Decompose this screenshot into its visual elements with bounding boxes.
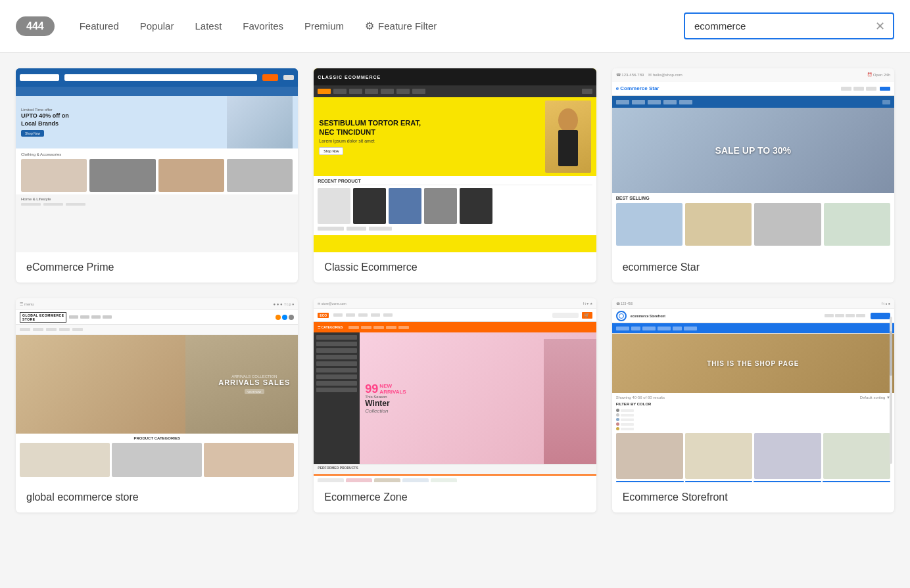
main-content: Limited Time offer UPTO 40% off onLocal …	[0, 53, 910, 528]
tab-latest[interactable]: Latest	[185, 15, 231, 37]
tab-favorites[interactable]: Favorites	[233, 15, 293, 37]
feature-filter-button[interactable]: ⚙ Feature Filter	[356, 14, 446, 37]
theme-title-global-ecommerce: global ecommerce store	[16, 482, 298, 512]
theme-card-ecommerce-storefront[interactable]: ☎ 123-456 f t ● ♣ ecommerce Storefront	[612, 298, 894, 512]
count-badge: 444	[16, 16, 55, 36]
search-input[interactable]	[684, 12, 894, 39]
top-bar: 444 Featured Popular Latest Favorites Pr…	[0, 0, 910, 53]
gear-icon: ⚙	[365, 20, 374, 32]
theme-card-ecommerce-prime[interactable]: Limited Time offer UPTO 40% off onLocal …	[16, 68, 298, 283]
tab-premium[interactable]: Premium	[295, 15, 353, 37]
feature-filter-label: Feature Filter	[378, 20, 437, 32]
theme-card-global-ecommerce[interactable]: ☰ menu ● ● ● f t p ♦ GLOBAL ECOMMERCESTO…	[16, 298, 298, 512]
theme-preview-ecommerce-star: ☎ 123-456-789 ✉ hello@shop.com ⏰ Open 24…	[612, 68, 894, 252]
theme-grid: Limited Time offer UPTO 40% off onLocal …	[16, 68, 894, 512]
theme-title-ecommerce-zone: Ecommerce Zone	[314, 482, 596, 512]
theme-preview-ecommerce-zone: ✉ store@zone.com f t ♥ ★ ECO 🛒	[314, 298, 596, 482]
theme-title-ecommerce-prime: eCommerce Prime	[16, 252, 298, 283]
tab-featured[interactable]: Featured	[70, 15, 128, 37]
theme-title-classic-ecommerce: Classic Ecommerce	[314, 252, 596, 283]
search-wrapper: ✕	[684, 12, 894, 39]
theme-title-ecommerce-star: ecommerce Star	[612, 252, 894, 283]
search-clear-button[interactable]: ✕	[872, 18, 888, 34]
theme-card-ecommerce-zone[interactable]: ✉ store@zone.com f t ♥ ★ ECO 🛒	[314, 298, 596, 512]
theme-card-classic-ecommerce[interactable]: CLASSIC ECOMMERCE Sestibulum Tortor Erat…	[314, 68, 596, 283]
theme-preview-classic-ecommerce: CLASSIC ECOMMERCE Sestibulum Tortor Erat…	[314, 68, 596, 252]
tab-popular[interactable]: Popular	[131, 15, 183, 37]
theme-title-ecommerce-storefront: Ecommerce Storefront	[612, 482, 894, 512]
theme-preview-ecommerce-prime: Limited Time offer UPTO 40% off onLocal …	[16, 68, 298, 252]
theme-preview-global: ☰ menu ● ● ● f t p ♦ GLOBAL ECOMMERCESTO…	[16, 298, 298, 482]
nav-tabs: Featured Popular Latest Favorites Premiu…	[70, 14, 684, 37]
theme-preview-storefront: ☎ 123-456 f t ● ♣ ecommerce Storefront	[612, 298, 894, 482]
theme-card-ecommerce-star[interactable]: ☎ 123-456-789 ✉ hello@shop.com ⏰ Open 24…	[612, 68, 894, 283]
